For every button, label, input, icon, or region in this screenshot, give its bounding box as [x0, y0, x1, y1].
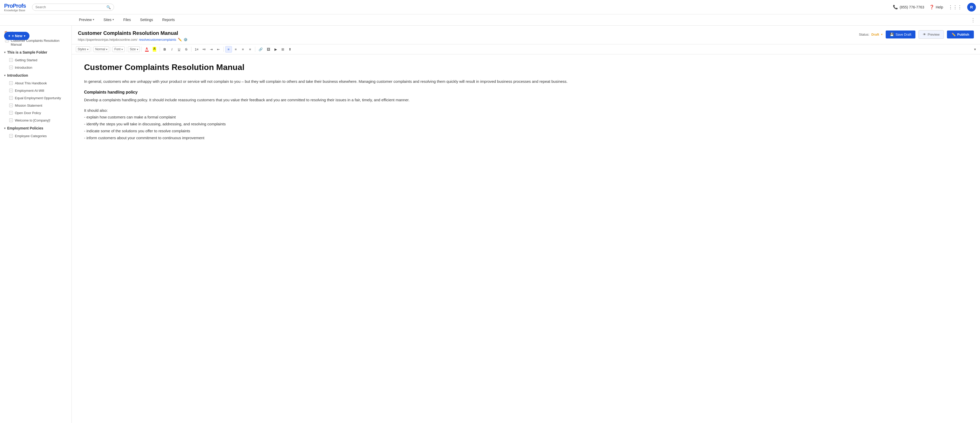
outdent-button[interactable]: ⇤ — [215, 46, 222, 52]
edit-url-icon[interactable]: ✏️ — [178, 38, 182, 41]
strikethrough-button[interactable]: S — [183, 46, 189, 52]
sidebar-item-equal-employment[interactable]: Equal Employment Opportunity — [0, 94, 72, 102]
status-value: Draft — [871, 33, 879, 37]
indent-button[interactable]: ⇥ — [208, 46, 215, 52]
unordered-list-button[interactable]: •≡ — [201, 46, 208, 52]
doc-para-2: Develop a complaints handling policy. It… — [84, 97, 968, 103]
logo-text: ProProfs — [4, 3, 26, 9]
italic-button[interactable]: I — [169, 46, 175, 52]
editor-content[interactable]: Customer Complaints Resolution Manual In… — [72, 54, 980, 423]
table-button[interactable]: ⊞ — [280, 46, 286, 52]
doc-icon-intro — [9, 66, 13, 69]
nav-reports[interactable]: Reports — [158, 14, 180, 25]
sidebar: 🏠 Home Customer Complaints Resolution Ma… — [0, 25, 72, 423]
editor-toolbar: Styles ▾ Normal ▾ Font ▾ Size ▾ A — [72, 45, 980, 54]
article-url: https://paperlessninjas.helpdocsonline.c… — [78, 38, 859, 41]
size-label: Size — [130, 48, 135, 51]
gear-icon[interactable]: ⚙️ — [183, 38, 188, 41]
phone-item: 📞 (855) 776-7763 — [893, 5, 924, 10]
underline-button[interactable]: U — [176, 46, 183, 52]
doc-it-should: It should also: — [84, 108, 968, 113]
more-menu[interactable]: ⋮ — [970, 17, 980, 23]
sidebar-item-mission-statement[interactable]: Mission Statement — [0, 102, 72, 109]
employment-chevron-icon: ▾ — [4, 127, 6, 130]
divider-1 — [92, 47, 92, 52]
styles-select[interactable]: Styles ▾ — [76, 46, 90, 52]
link-button[interactable]: 🔗 — [257, 46, 264, 52]
divider-4 — [142, 47, 142, 52]
size-select[interactable]: Size ▾ — [128, 46, 140, 52]
save-icon: 💾 — [890, 33, 894, 37]
sample-folder-label: This is a Sample Folder — [7, 50, 47, 54]
align-center-button[interactable]: ≡ — [232, 46, 239, 52]
sidebar-folder-sample[interactable]: ▾ This is a Sample Folder — [0, 48, 72, 56]
doc-icon-od — [9, 111, 13, 114]
normal-label: Normal — [95, 48, 105, 51]
normal-select[interactable]: Normal ▾ — [94, 46, 110, 52]
expand-toolbar-icon[interactable]: ▾ — [974, 47, 976, 51]
doc-icon-eeo — [9, 96, 13, 100]
align-justify-button[interactable]: ≡ — [247, 46, 253, 52]
nav-settings[interactable]: Settings — [135, 14, 158, 25]
nav-files[interactable]: Files — [119, 14, 135, 25]
sidebar-item-about-handbook[interactable]: About This Handbook — [0, 80, 72, 87]
save-draft-label: Save Draft — [896, 33, 911, 37]
sidebar-folder-employment[interactable]: ▾ Employment Policies — [0, 124, 72, 132]
main-layout: 🏠 Home Customer Complaints Resolution Ma… — [0, 25, 980, 423]
bold-button[interactable]: B — [161, 46, 168, 52]
doc-icon-ah — [9, 81, 13, 85]
font-color-button[interactable]: A — [143, 46, 150, 52]
folder-chevron-icon: ▾ — [4, 51, 6, 54]
status-chevron-icon[interactable]: ▾ — [881, 33, 883, 36]
avatar[interactable]: R — [967, 3, 976, 11]
help-label: Help — [935, 5, 943, 9]
highlight-color-button[interactable]: A — [151, 46, 158, 52]
new-button[interactable]: + + New ▾ — [4, 32, 29, 40]
article-header: Customer Complaints Resolution Manual ht… — [72, 25, 980, 45]
media-button[interactable]: ▶ — [272, 46, 279, 52]
sidebar-item-getting-started[interactable]: Getting Started — [0, 56, 72, 64]
status-label: Status: — [859, 33, 869, 37]
sidebar-item-employee-categories[interactable]: Employee Categories — [0, 132, 72, 140]
ordered-list-button[interactable]: 1≡ — [193, 46, 200, 52]
sidebar-item-introduction-top[interactable]: Introduction — [0, 64, 72, 71]
sidebar-item-employment-at-will[interactable]: Employment-At-Will — [0, 87, 72, 94]
help-link[interactable]: ❓ Help — [929, 5, 943, 10]
url-base: https://paperlessninjas.helpdocsonline.c… — [78, 38, 137, 41]
help-circle-icon: ❓ — [929, 5, 934, 10]
publish-button[interactable]: ✏️ Publish — [947, 30, 974, 38]
align-left-button[interactable]: ≡ — [225, 46, 232, 52]
url-slug[interactable]: resolvecustomercomplaints — [139, 38, 176, 41]
sidebar-item-welcome[interactable]: Welcome to [Company]! — [0, 117, 72, 124]
doc-icon-wc — [9, 118, 13, 122]
list-item-2: - identify the steps you will take in di… — [84, 121, 968, 127]
grid-icon[interactable]: ⋮⋮⋮ — [948, 4, 962, 10]
search-input[interactable] — [35, 5, 104, 9]
align-right-button[interactable]: ≡ — [240, 46, 246, 52]
intro-chevron-icon: ▾ — [4, 74, 6, 77]
save-draft-button[interactable]: 💾 Save Draft — [886, 30, 915, 38]
nav-preview[interactable]: Preview ▾ — [74, 14, 99, 25]
second-nav: Preview ▾ Sites ▾ Files Settings Reports… — [0, 14, 980, 25]
preview-chevron-icon: ▾ — [93, 18, 94, 21]
image-button[interactable]: 🖼 — [265, 46, 272, 52]
size-chevron-icon: ▾ — [137, 48, 138, 51]
sidebar-folder-introduction[interactable]: ▾ Introduction — [0, 71, 72, 80]
sidebar-item-open-door[interactable]: Open Door Policy — [0, 109, 72, 117]
doc-icon-ms — [9, 103, 13, 107]
search-bar[interactable]: 🔍 — [32, 3, 114, 11]
upload-button[interactable]: ⬆ — [287, 46, 293, 52]
logo: ProProfs Knowledge Base — [4, 3, 26, 12]
font-select[interactable]: Font ▾ — [113, 46, 124, 52]
divider-2 — [111, 47, 111, 52]
introduction-folder-label: Introduction — [7, 73, 28, 78]
nav-sites[interactable]: Sites ▾ — [99, 14, 119, 25]
styles-chevron-icon: ▾ — [87, 48, 88, 51]
vertical-dots-icon[interactable]: ⋮ — [970, 17, 976, 23]
sites-chevron-icon: ▾ — [113, 18, 114, 21]
preview-button[interactable]: 👁 Preview — [918, 30, 944, 39]
doc-main-title: Customer Complaints Resolution Manual — [84, 62, 968, 72]
sidebar-submenu-1: Getting Started Introduction — [0, 56, 72, 71]
styles-label: Styles — [78, 48, 86, 51]
doc-icon-eaw — [9, 89, 13, 92]
